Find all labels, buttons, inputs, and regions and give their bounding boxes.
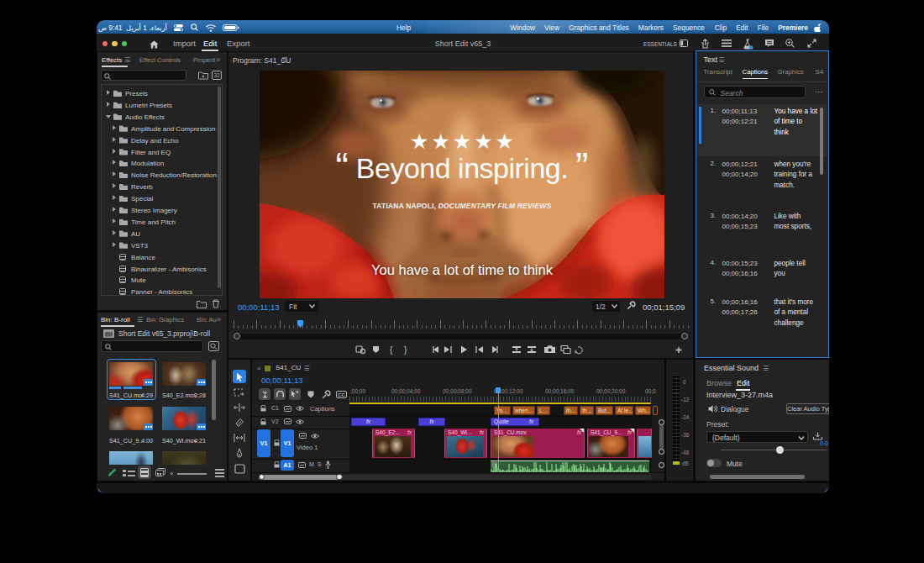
svg-text:{: { bbox=[390, 345, 393, 355]
svg-text:32: 32 bbox=[213, 72, 220, 78]
svg-text:}: } bbox=[404, 345, 407, 355]
